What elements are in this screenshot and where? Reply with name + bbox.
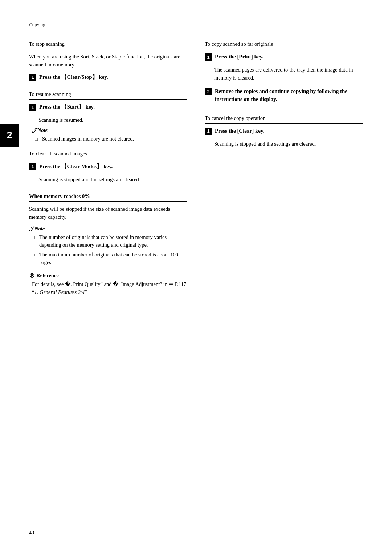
copy-originals-step1: 1 Press the [Print] key. — [205, 53, 363, 63]
note-item-1: □ Scanned images in memory are not clear… — [32, 135, 187, 143]
stop-scanning-step1: 1 Press the 【Clear/Stop】 key. — [29, 73, 187, 84]
memory-note-item-2: □ The maximum number of originals that c… — [29, 251, 187, 266]
section-cancel-copy-header: To cancel the copy operation — [205, 113, 363, 124]
cancel-copy-step1: 1 Press the [Clear] key. — [205, 127, 363, 137]
resume-step1-text: Press the 【Start】 key. — [39, 103, 187, 111]
stop-scanning-intro: When you are using the Sort, Stack, or S… — [29, 53, 187, 69]
right-column: To copy scanned so far originals 1 Press… — [205, 39, 363, 296]
section-resume-scanning-header: To resume scanning — [29, 89, 187, 100]
memory-note: 𝓙 Note □ The number of originals that ca… — [29, 226, 187, 266]
step-num-1c: 1 — [29, 163, 36, 170]
cancel-step1-detail: Scanning is stopped and the settings are… — [205, 140, 363, 148]
copy-step2-text: Remove the copies and continue copying b… — [215, 88, 363, 104]
copy-originals-step2: 2 Remove the copies and continue copying… — [205, 88, 363, 106]
two-column-layout: To stop scanning When you are using the … — [29, 39, 363, 296]
breadcrumb: Copying — [29, 22, 363, 30]
step-num-1e: 1 — [205, 128, 212, 135]
clear-step1-detail: Scanning is stopped and the settings are… — [29, 176, 187, 184]
step-num-1: 1 — [29, 74, 36, 81]
copy-step1-text: Press the [Print] key. — [215, 53, 363, 61]
step-num-2: 2 — [205, 88, 212, 95]
stop-scanning-step1-text: Press the 【Clear/Stop】 key. — [39, 73, 187, 81]
section-clear-images-header: To clear all scanned images — [29, 149, 187, 159]
reference-text: For details, see �. Print Quality” and �… — [29, 280, 187, 296]
resume-scanning-step1: 1 Press the 【Start】 key. — [29, 103, 187, 113]
note-item-1-text: Scanned images in memory are not cleared… — [42, 135, 134, 143]
section-memory-header: When memory reaches 0% — [29, 191, 187, 202]
clear-images-step1: 1 Press the 【Clear Modes】 key. — [29, 163, 187, 173]
left-column: To stop scanning When you are using the … — [29, 39, 187, 296]
note-label-resume: 𝓙 Note — [32, 127, 187, 134]
chapter-tab: 2 — [0, 124, 19, 147]
page-number: 40 — [29, 530, 34, 536]
cancel-step1-text: Press the [Clear] key. — [215, 127, 363, 135]
reference-section: ℗ Reference For details, see �. Print Qu… — [29, 272, 187, 296]
page: Copying 2 To stop scanning When you are … — [0, 0, 392, 554]
section-copy-originals-header: To copy scanned so far originals — [205, 39, 363, 49]
step-num-1b: 1 — [29, 104, 36, 111]
memory-note-item-1: □ The number of originals that can be st… — [29, 234, 187, 249]
reference-label: ℗ Reference — [29, 272, 187, 279]
clear-step1-text: Press the 【Clear Modes】 key. — [39, 163, 187, 171]
memory-note-1-text: The number of originals that can be stor… — [39, 234, 187, 249]
resume-step1-detail: Scanning is resumed. — [29, 116, 187, 124]
memory-note-2-text: The maximum number of originals that can… — [39, 251, 187, 266]
resume-note: 𝓙 Note □ Scanned images in memory are no… — [29, 127, 187, 143]
copy-step1-detail: The scanned pages are delivered to the t… — [205, 66, 363, 82]
memory-body: Scanning will be stopped if the size of … — [29, 205, 187, 221]
step-num-1d: 1 — [205, 53, 212, 61]
note-label-memory: 𝓙 Note — [29, 226, 187, 232]
section-stop-scanning-header: To stop scanning — [29, 39, 187, 49]
